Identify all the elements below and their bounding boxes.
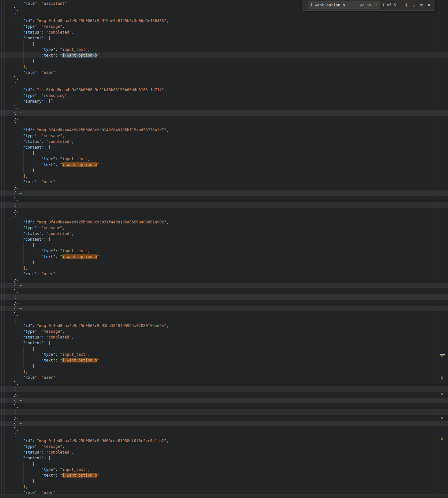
code-line[interactable]: "type": "input_text", [0,248,448,254]
code-line[interactable]: "content": [ [0,340,448,346]
code-line[interactable]: "content": [ [0,455,448,461]
code-line[interactable]: { [0,461,448,467]
code-line[interactable]: }, [0,403,448,409]
code-line[interactable]: }, [0,380,448,386]
folded-code-line[interactable]: { ⋯ [0,110,448,116]
fold-ellipsis[interactable]: ⋯ [19,295,22,299]
code-line[interactable]: { [0,12,448,18]
code-line[interactable]: }, [0,185,448,191]
code-line[interactable]: { [0,242,448,248]
code-line[interactable]: "id": "rs_0f4ed8eaa4e9a25b0068c9c91b46b8… [0,87,448,93]
fold-ellipsis[interactable]: ⋯ [19,283,22,288]
code-line[interactable]: "id": "msg_0f4ed8eaa4e9a25b0068c9c93ba30… [0,323,448,329]
find-in-selection-icon[interactable]: ≡ [420,3,424,7]
code-line[interactable]: "content": [ [0,35,448,41]
fold-ellipsis[interactable]: ⋯ [19,421,22,426]
code-line[interactable]: { [0,81,448,87]
code-line[interactable]: "text": "i·want·option·b" [0,52,448,58]
find-input[interactable] [308,3,360,7]
code-line[interactable]: }, [0,208,448,214]
code-line[interactable]: "status": "completed", [0,334,448,340]
code-line[interactable]: "text": "i want option b" [0,472,448,478]
overview-ruler[interactable] [439,0,448,494]
code-line[interactable]: ], [0,484,448,490]
code-line[interactable]: "type": "input_text", [0,352,448,357]
code-line[interactable]: ], [0,369,448,375]
code-line[interactable]: }, [0,75,448,81]
fold-ellipsis[interactable]: ⋯ [19,306,22,311]
code-line[interactable]: }, [0,311,448,317]
code-line[interactable]: "id": "msg_0f4ed8eaa4e9a25b0068c9c931f44… [0,219,448,225]
code-line[interactable]: "status": "completed", [0,449,448,455]
fold-ellipsis[interactable]: ⋯ [19,410,22,414]
code-line[interactable]: "text": "i want option b" [0,357,448,363]
code-line[interactable]: "text": "i want option b" [0,254,448,260]
folded-code-line[interactable]: { ⋯ [0,409,448,415]
code-line[interactable]: { [0,41,448,47]
code-line[interactable]: { [0,432,448,438]
code-line[interactable]: "type": "message", [0,24,448,29]
code-line[interactable]: }, [0,277,448,283]
code-line[interactable]: "content": [ [0,237,448,242]
code-line[interactable]: "type": "input_text", [0,47,448,52]
code-line[interactable]: "role": "user" [0,70,448,75]
code-line[interactable]: { [0,346,448,352]
code-line[interactable]: } [0,167,448,173]
code-line[interactable]: }, [0,392,448,398]
horizontal-scrollbar[interactable] [0,494,448,498]
code-area[interactable]: "role": "assistant"},{"id": "msg_0f4ed8e… [0,0,448,498]
code-line[interactable]: "id": "msg_0f4ed8eaa4e9a25b0068c9c9463cd… [0,438,448,444]
code-line[interactable]: "type": "message", [0,329,448,334]
code-line[interactable]: "status": "completed", [0,139,448,144]
code-line[interactable]: } [0,363,448,369]
code-line[interactable]: "type": "message", [0,133,448,139]
fold-ellipsis[interactable]: ⋯ [19,191,22,196]
code-line[interactable]: }, [0,196,448,202]
code-line[interactable]: } [0,58,448,64]
find-input-box[interactable]: Aa ab .* [308,1,380,9]
code-line[interactable]: }, [0,300,448,306]
fold-ellipsis[interactable]: ⋯ [19,387,22,391]
folded-code-line[interactable]: { ⋯ [0,421,448,426]
folded-code-line[interactable]: { ⋯ [0,283,448,288]
folded-code-line[interactable]: { ⋯ [0,398,448,403]
code-line[interactable]: "content": [ [0,144,448,150]
code-line[interactable]: "text": "i want option b" [0,162,448,167]
folded-code-line[interactable]: { ⋯ [0,294,448,300]
code-line[interactable]: "type": "input_text", [0,467,448,472]
code-line[interactable]: { [0,214,448,219]
code-line[interactable]: "id": "msg_0f4ed8eaa4e9a25b0068c9c919ae5… [0,18,448,24]
whole-word-button[interactable]: ab [367,3,371,7]
code-line[interactable]: "role": "user" [0,179,448,185]
regex-button[interactable]: .* [373,4,377,7]
folded-code-line[interactable]: { ⋯ [0,202,448,208]
close-icon[interactable]: ✕ [428,3,431,7]
code-line[interactable]: { [0,150,448,156]
code-line[interactable]: "type": "message", [0,444,448,449]
code-line[interactable]: }, [0,116,448,121]
code-line[interactable]: "type": "input_text", [0,156,448,162]
code-line[interactable]: }, [0,426,448,432]
code-line[interactable]: "role": "user" [0,271,448,277]
code-line[interactable]: ], [0,173,448,179]
code-line[interactable]: ], [0,64,448,70]
code-line[interactable]: ], [0,265,448,271]
next-match-button[interactable]: ↓ [412,3,416,7]
previous-match-button[interactable]: ↑ [405,3,408,7]
fold-ellipsis[interactable]: ⋯ [19,203,22,207]
code-line[interactable]: "status": "completed", [0,29,448,35]
code-line[interactable]: { [0,317,448,323]
folded-code-line[interactable]: { ⋯ [0,306,448,311]
fold-ellipsis[interactable]: ⋯ [19,111,22,115]
code-line[interactable]: "status": "completed", [0,231,448,237]
code-line[interactable]: "id": "msg_0f4ed8eaa4e9a25b0068c9c9249f0… [0,127,448,133]
folded-code-line[interactable]: { ⋯ [0,191,448,196]
code-line[interactable]: "summary": [] [0,98,448,104]
code-line[interactable]: } [0,260,448,265]
code-line[interactable]: }, [0,288,448,294]
code-line[interactable]: "role": "user" [0,375,448,380]
folded-code-line[interactable]: { ⋯ [0,386,448,392]
code-line[interactable]: { [0,121,448,127]
code-line[interactable]: }, [0,104,448,110]
code-line[interactable]: "type": "message", [0,225,448,231]
